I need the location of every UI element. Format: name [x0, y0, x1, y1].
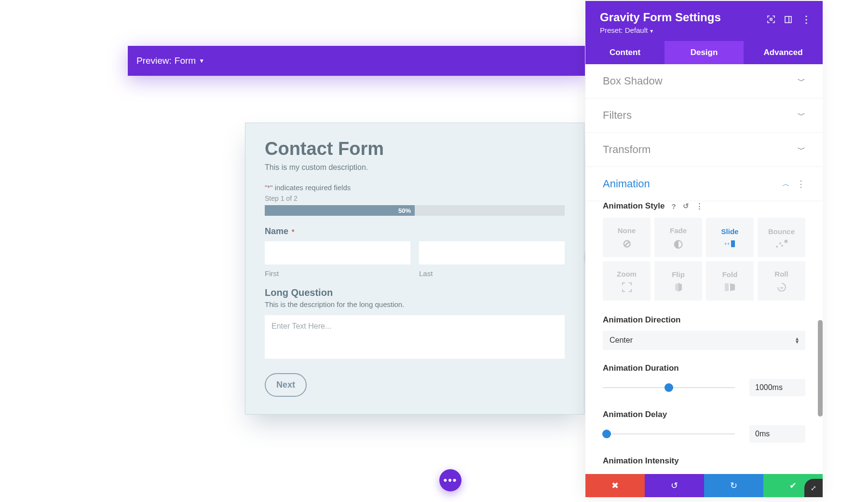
more-icon[interactable]: ⋮ — [797, 179, 805, 189]
svg-point-5 — [779, 242, 781, 244]
delay-slider[interactable] — [603, 430, 735, 438]
form-title: Contact Form — [265, 139, 565, 159]
required-fields-note: "*" indicates required fields — [265, 183, 565, 192]
more-icon[interactable]: ⋮ — [801, 14, 811, 25]
svg-rect-0 — [770, 18, 772, 20]
none-icon: ⊘ — [623, 238, 631, 249]
scrollbar-thumb[interactable] — [818, 320, 823, 417]
next-button[interactable]: Next — [265, 373, 307, 397]
svg-point-6 — [781, 245, 783, 247]
long-question-description: This is the description for the long que… — [265, 300, 565, 308]
settings-panel: Gravity Form Settings Preset: Default▼ ⋮… — [585, 1, 823, 497]
svg-point-7 — [784, 239, 787, 243]
roll-icon — [776, 282, 787, 293]
caret-down-icon: ▼ — [649, 28, 654, 34]
panel-footer: ✖ ↺ ↻ ✔ — [585, 474, 823, 497]
first-name-label: First — [265, 269, 410, 278]
svg-point-4 — [776, 246, 778, 248]
caret-down-icon[interactable]: ▼ — [199, 57, 204, 64]
panel-tabs: Content Design Advanced — [585, 41, 823, 64]
style-flip[interactable]: Flip — [654, 261, 702, 301]
panel-body[interactable]: Box Shadow ﹀ Filters ﹀ Transform ﹀ Anima… — [585, 64, 823, 474]
resize-icon: ⤢ — [811, 484, 816, 492]
undo-icon: ↺ — [671, 480, 678, 491]
resize-handle[interactable]: ⤢ — [804, 479, 823, 497]
svg-rect-1 — [785, 16, 791, 23]
animation-style-label: Animation Style ? ↺ ⋮ — [603, 201, 805, 211]
long-question-textarea[interactable] — [265, 315, 565, 359]
last-name-input[interactable] — [419, 241, 565, 265]
animation-style-grid: None ⊘ Fade ◐ Slide Bounce — [603, 218, 805, 301]
animation-delay-label: Animation Delay — [603, 410, 805, 419]
tab-content[interactable]: Content — [585, 41, 665, 64]
name-field-label: Name * — [265, 226, 565, 237]
redo-button[interactable]: ↻ — [704, 474, 763, 497]
first-name-input[interactable] — [265, 241, 410, 265]
fold-icon — [724, 282, 736, 292]
check-icon: ✔ — [789, 480, 797, 491]
close-icon: ✖ — [611, 480, 619, 491]
panel-title: Gravity Form Settings — [600, 11, 721, 24]
ellipsis-icon: ••• — [443, 474, 457, 487]
svg-rect-8 — [725, 283, 729, 291]
accordion-box-shadow[interactable]: Box Shadow ﹀ — [585, 64, 823, 98]
preview-label: Preview: — [136, 56, 172, 66]
chevron-down-icon: ﹀ — [798, 76, 805, 86]
preview-value[interactable]: Form — [175, 56, 196, 66]
preview-bar: Preview: Form ▼ — [128, 46, 585, 76]
style-bounce[interactable]: Bounce — [758, 218, 805, 257]
form-description: This is my custom description. — [265, 163, 565, 172]
form-preview-card: Contact Form This is my custom descripti… — [245, 123, 584, 415]
accordion-transform[interactable]: Transform ﹀ — [585, 133, 823, 167]
accordion-filters[interactable]: Filters ﹀ — [585, 98, 823, 133]
delay-input[interactable] — [749, 425, 805, 443]
progress-bar: 50% — [265, 205, 565, 216]
animation-section: Animation Style ? ↺ ⋮ None ⊘ Fade ◐ Slid… — [585, 201, 823, 474]
style-fade[interactable]: Fade ◐ — [654, 218, 702, 257]
animation-duration-label: Animation Duration — [603, 363, 805, 373]
last-name-label: Last — [419, 269, 565, 278]
style-none[interactable]: None ⊘ — [603, 218, 651, 257]
tab-advanced[interactable]: Advanced — [744, 41, 823, 64]
more-icon[interactable]: ⋮ — [696, 202, 703, 210]
zoom-icon — [622, 282, 632, 293]
tab-design[interactable]: Design — [665, 41, 744, 64]
accordion-animation[interactable]: Animation ︿ ⋮ — [585, 167, 823, 201]
select-arrows-icon: ▴▾ — [796, 337, 799, 344]
help-icon[interactable]: ? — [671, 202, 676, 210]
flip-icon — [674, 282, 683, 292]
dock-icon[interactable] — [785, 16, 792, 23]
duration-slider[interactable] — [603, 384, 735, 391]
animation-direction-label: Animation Direction — [603, 315, 805, 325]
progress-percent: 50% — [398, 207, 411, 214]
style-zoom[interactable]: Zoom — [603, 261, 651, 301]
focus-icon[interactable] — [767, 15, 775, 23]
undo-button[interactable]: ↺ — [645, 474, 704, 497]
fade-icon: ◐ — [674, 238, 683, 249]
redo-icon: ↻ — [730, 480, 737, 491]
style-fold[interactable]: Fold — [706, 261, 754, 301]
animation-intensity-label: Animation Intensity — [603, 456, 805, 466]
chevron-up-icon: ︿ — [782, 179, 790, 189]
cancel-button[interactable]: ✖ — [585, 474, 645, 497]
slide-icon — [724, 239, 736, 248]
duration-input[interactable] — [749, 379, 805, 396]
svg-rect-3 — [731, 240, 735, 247]
chevron-down-icon: ﹀ — [798, 111, 805, 121]
animation-direction-select[interactable]: Center ▴▾ — [603, 331, 805, 350]
style-roll[interactable]: Roll — [758, 261, 805, 301]
style-slide[interactable]: Slide — [706, 218, 754, 257]
preset-dropdown[interactable]: Preset: Default▼ — [600, 26, 721, 34]
step-indicator: Step 1 of 2 — [265, 195, 565, 202]
chevron-down-icon: ﹀ — [798, 145, 805, 155]
more-actions-fab[interactable]: ••• — [439, 469, 461, 491]
reset-icon[interactable]: ↺ — [683, 202, 689, 210]
bounce-icon — [775, 239, 788, 248]
panel-header: Gravity Form Settings Preset: Default▼ ⋮ — [585, 1, 823, 41]
long-question-title: Long Question — [265, 287, 565, 298]
